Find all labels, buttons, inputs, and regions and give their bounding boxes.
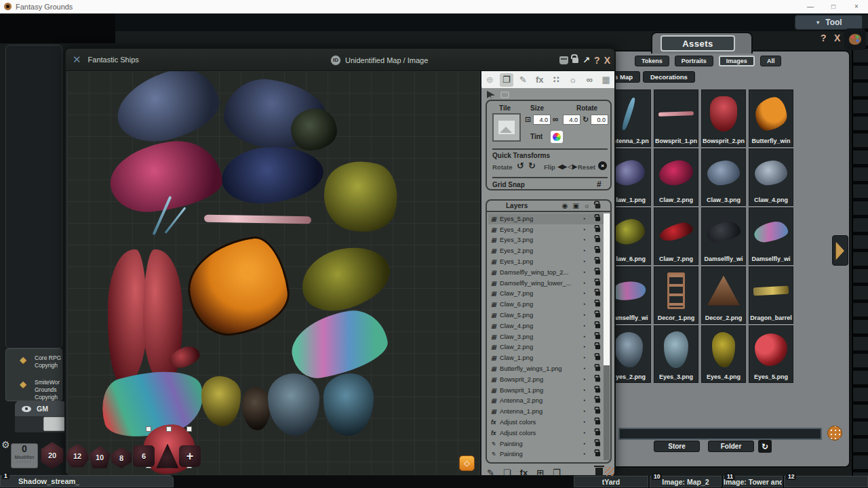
toolbar-icon[interactable]: ▦ — [599, 73, 613, 87]
visibility-all-icon[interactable]: ◉ — [562, 202, 568, 209]
asset-tile[interactable]: Claw_3.png — [701, 148, 746, 206]
toolbar-icon[interactable]: ∷ — [549, 73, 563, 87]
layer-visibility-icon[interactable]: ◔ — [576, 441, 591, 447]
scrollbar-thumb[interactable] — [604, 214, 610, 365]
frames-icon[interactable]: ▣ — [572, 202, 578, 209]
layer-row[interactable]: ▦ Antenna_2.png ◔ — [488, 396, 604, 407]
modifier-box[interactable]: 0 Modifier ▪▪▪▪▪▪ — [11, 443, 38, 468]
layer-lock-icon[interactable] — [591, 355, 604, 361]
map-canvas[interactable]: ◇ — [67, 71, 480, 475]
layer-row[interactable]: ▦ Claw_7.png ◔ — [488, 289, 604, 300]
filter-button[interactable]: Tokens — [635, 56, 669, 66]
layer-visibility-icon[interactable]: ◔ — [576, 387, 591, 394]
layer-row[interactable]: ▦ Claw_4.png ◔ — [488, 321, 604, 331]
layer-visibility-icon[interactable]: ◔ — [576, 408, 591, 415]
layer-row[interactable]: ▦ Claw_5.png ◔ — [488, 310, 604, 321]
layer-row[interactable]: ▦ Eyes_2.png ◔ — [488, 245, 604, 256]
store-button[interactable]: Store — [654, 441, 700, 452]
asset-tile[interactable]: Damselfly_wi — [749, 207, 793, 265]
asset-tile[interactable]: Claw_2.png — [654, 148, 698, 206]
layer-lock-icon[interactable] — [591, 409, 604, 414]
rotate-cw-icon[interactable]: ↻ — [528, 161, 536, 171]
chat-shortcut-tab[interactable]: 1 Shadow_stream_ — [0, 475, 174, 487]
pointer-tool-icon[interactable] — [487, 91, 495, 99]
layer-row[interactable]: fx Adjust colors ◔ — [488, 417, 604, 428]
settings-gear-icon[interactable]: ⚙ — [1, 439, 10, 450]
layer-row[interactable]: ▦ Claw_3.png ◔ — [488, 331, 604, 342]
layer-lock-icon[interactable] — [591, 420, 604, 425]
right-hotbar-strip[interactable] — [852, 15, 868, 488]
layer-row[interactable]: ▦ Eyes_3.png ◔ — [488, 235, 604, 246]
selection-handle[interactable] — [166, 426, 172, 432]
asset-tile[interactable]: Eyes_3.png — [654, 325, 698, 383]
layer-lock-icon[interactable] — [591, 441, 604, 447]
layer-visibility-icon[interactable]: ◔ — [576, 269, 591, 276]
layer-lock-icon[interactable] — [591, 312, 604, 318]
sidebar-expand-button[interactable] — [832, 235, 848, 266]
tool-dropdown[interactable]: ▼ Tool — [795, 15, 863, 30]
layer-visibility-icon[interactable]: ◔ — [576, 226, 591, 233]
asset-tile[interactable]: Damselfly_wi — [701, 207, 746, 265]
lock-all-icon[interactable] — [595, 203, 601, 208]
layer-visibility-icon[interactable]: ◔ — [576, 301, 591, 308]
toolbar-icon[interactable]: ⊕ — [483, 73, 496, 87]
chat-log[interactable]: ◆ Core RPG Copyrigh ◆ SmiteWor Grounds C… — [5, 348, 62, 401]
die[interactable]: + — [179, 445, 201, 467]
layer-row[interactable]: ▦ Damselfly_wing_lower_... ◔ — [488, 278, 604, 289]
layer-visibility-icon[interactable]: ◔ — [576, 312, 591, 319]
layer-lock-icon[interactable] — [591, 248, 604, 253]
layer-visibility-icon[interactable]: ◔ — [576, 323, 591, 329]
layer-row[interactable]: ✎ Painting ◔ — [488, 449, 604, 460]
folder-button[interactable]: Folder — [708, 441, 754, 452]
close-icon[interactable]: X — [604, 55, 610, 66]
layer-lock-icon[interactable] — [591, 259, 604, 264]
layer-lock-icon[interactable] — [591, 227, 604, 232]
rotate-ccw-icon[interactable]: ↺ — [517, 161, 524, 171]
layer-row[interactable]: ✎ Painting ◔ — [488, 439, 604, 449]
layer-lock-icon[interactable] — [591, 323, 604, 329]
asset-tile[interactable]: Eyes_5.png — [749, 325, 793, 383]
layer-lock-icon[interactable] — [591, 377, 604, 382]
layer-lock-icon[interactable] — [591, 451, 604, 457]
palette-button[interactable] — [844, 28, 866, 50]
layer-row[interactable]: ▦ Eyes_4.png ◔ — [488, 224, 604, 235]
help-icon[interactable]: ? — [594, 55, 600, 66]
layer-visibility-icon[interactable]: ◔ — [576, 430, 591, 436]
layer-indicator-badge[interactable]: ◇ — [459, 455, 475, 471]
layer-row[interactable]: ▦ Bowsprit_2.png ◔ — [488, 374, 604, 385]
layer-visibility-icon[interactable]: ◔ — [576, 451, 591, 458]
asset-tile[interactable]: Bowsprit_2.pn — [701, 89, 746, 147]
light-all-icon[interactable]: ☼ — [584, 202, 590, 209]
help-button[interactable]: ? — [821, 33, 827, 43]
reset-button[interactable]: × — [598, 161, 607, 170]
layer-row[interactable]: ▦ Claw_6.png ◔ — [488, 299, 604, 310]
asset-search-input[interactable] — [618, 428, 822, 440]
filter-button[interactable]: All — [760, 56, 782, 66]
layer-row[interactable]: ▦ Eyes_1.png ◔ — [488, 256, 604, 267]
layer-visibility-icon[interactable]: ◔ — [576, 376, 591, 383]
close-button[interactable]: × — [845, 0, 868, 13]
asset-tile[interactable]: Claw_4.png — [749, 148, 793, 206]
map-id-tab[interactable]: ID Unidentified Map / Image — [330, 49, 428, 71]
subfilter-decorations[interactable]: Decorations — [643, 71, 695, 83]
selection-handle[interactable] — [146, 426, 151, 432]
layer-visibility-icon[interactable]: ◔ — [576, 365, 591, 372]
layer-visibility-icon[interactable]: ◔ — [576, 216, 591, 222]
selection-handle[interactable] — [186, 426, 192, 432]
layer-visibility-icon[interactable]: ◔ — [576, 354, 591, 361]
tile-thumbnail[interactable] — [492, 113, 521, 142]
close-window-button[interactable]: X — [834, 33, 840, 43]
layer-row[interactable]: ▦ Damselfly_wing_top_2... ◔ — [488, 267, 604, 278]
size-x-input[interactable]: 4.0 — [533, 115, 551, 125]
grid-snap-icon[interactable]: # — [597, 180, 601, 189]
die[interactable]: 6 — [133, 445, 155, 467]
shortcut-tab[interactable]: tYard — [574, 476, 648, 487]
shortcut-tab[interactable]: 11 Image: Tower and — [723, 476, 783, 487]
layer-visibility-icon[interactable]: ◔ — [576, 419, 591, 426]
dice-grid-icon[interactable] — [827, 426, 842, 441]
layer-row[interactable]: ▦ Antenna_1.png ◔ — [488, 406, 604, 417]
popout-icon[interactable]: ↗ — [583, 55, 590, 65]
layer-visibility-icon[interactable]: ◔ — [576, 247, 591, 254]
layer-row[interactable]: ▦ Butterfly_wings_1.png ◔ — [488, 363, 604, 374]
unlock-icon[interactable] — [572, 58, 578, 63]
